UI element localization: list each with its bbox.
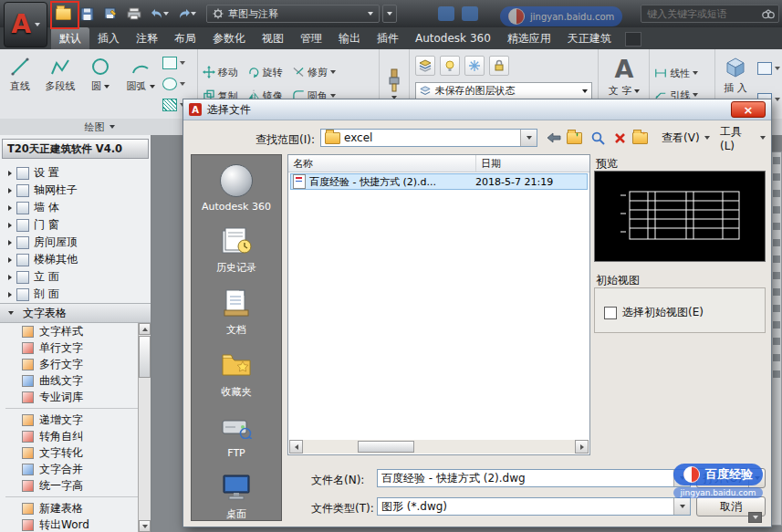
tool-attribute[interactable] — [757, 62, 780, 75]
place-favorites[interactable]: 收藏夹 — [218, 349, 255, 399]
tool-trim[interactable]: 修剪 — [287, 61, 340, 83]
save-button[interactable] — [77, 5, 97, 23]
save-as-icon — [104, 7, 118, 21]
search-input[interactable] — [645, 7, 758, 21]
layer-state-combo[interactable]: 未保存的图层状态 — [415, 82, 592, 99]
group-room-roof[interactable]: 房间屋顶 — [0, 234, 151, 251]
close-button[interactable]: × — [731, 101, 766, 118]
tab-annotate[interactable]: 注释 — [128, 27, 166, 49]
tool-rotate[interactable]: 旋转 — [243, 61, 287, 83]
back-button[interactable] — [545, 129, 563, 147]
layer-off-button[interactable] — [440, 56, 460, 76]
tab-layout[interactable]: 布局 — [166, 27, 204, 49]
palette-scrollbar[interactable] — [138, 323, 151, 532]
undo-button[interactable] — [148, 5, 172, 23]
place-desktop[interactable]: 桌面 — [218, 471, 255, 521]
tab-default[interactable]: 默认 — [51, 27, 89, 49]
draw-panel-label[interactable]: 绘图 — [0, 120, 199, 134]
tools-menu-button[interactable]: 工具(L) — [714, 129, 771, 147]
scroll-thumb[interactable] — [358, 441, 414, 453]
column-name[interactable]: 名称 — [288, 155, 476, 172]
infocenter-icon[interactable] — [438, 6, 454, 21]
save-as-button[interactable] — [100, 5, 120, 23]
workspace-switcher[interactable]: 草图与注释 — [206, 5, 380, 23]
qat-customize-button[interactable] — [382, 5, 397, 23]
tool-ellipse[interactable] — [162, 78, 185, 90]
documents-icon — [223, 288, 250, 318]
item-pro-dictionary[interactable]: 专业词库 — [0, 389, 151, 405]
item-unify-height[interactable]: 统一字高 — [0, 477, 151, 494]
scroll-thumb[interactable] — [139, 336, 151, 378]
group-door-window[interactable]: 门 窗 — [0, 216, 151, 234]
up-one-level-button[interactable] — [567, 129, 585, 147]
tab-manage[interactable]: 管理 — [292, 27, 330, 49]
item-curve-text[interactable]: 曲线文字 — [0, 372, 151, 389]
tab-output[interactable]: 输出 — [330, 27, 369, 49]
dialog-titlebar[interactable]: A 选择文件 × — [183, 99, 771, 120]
item-multi-text[interactable]: 多行文字 — [0, 356, 151, 372]
item-new-table[interactable]: 新建表格 — [0, 500, 151, 516]
tool-move[interactable]: 移动 — [198, 61, 243, 83]
combo-dropdown-button[interactable] — [673, 498, 690, 515]
look-in-combo[interactable]: excel — [320, 129, 537, 147]
tab-insert[interactable]: 插入 — [89, 27, 128, 49]
redo-button[interactable] — [175, 5, 199, 23]
file-name-combo[interactable]: 百度经验 - 快捷方式 (2).dwg — [377, 469, 691, 487]
search-web-button[interactable] — [589, 129, 607, 147]
tool-circle[interactable]: 圆 — [80, 49, 120, 119]
group-icon — [16, 254, 29, 266]
tab-parametric[interactable]: 参数化 — [204, 27, 254, 49]
item-corner-correct[interactable]: 转角自纠 — [0, 428, 151, 444]
scroll-up-button[interactable] — [139, 323, 151, 335]
infocenter-icon[interactable] — [462, 6, 478, 21]
places-scroll-down-button[interactable] — [748, 512, 762, 523]
place-ftp[interactable]: FTP — [218, 411, 255, 459]
scroll-down-button[interactable] — [139, 520, 151, 532]
scroll-right-button[interactable] — [575, 440, 589, 454]
tool-arc[interactable]: 圆弧 — [120, 49, 161, 119]
tool-polyline[interactable]: 多段线 — [40, 49, 80, 119]
file-type-combo[interactable]: 图形 (*.dwg) — [377, 497, 691, 516]
place-history[interactable]: 历史记录 — [216, 224, 256, 275]
view-menu-button[interactable]: 查看(V) — [656, 129, 715, 147]
place-autodesk360[interactable]: Autodesk 360 — [202, 164, 271, 213]
tool-linear-dim[interactable]: 线性 — [654, 64, 714, 82]
tool-line[interactable]: 直线 — [0, 49, 40, 119]
item-text-merge[interactable]: 文字合并 — [0, 461, 151, 477]
item-export-word[interactable]: 转出Word — [0, 516, 151, 532]
item-single-text[interactable]: 单行文字 — [0, 339, 151, 356]
delete-button[interactable] — [610, 129, 629, 147]
tool-rectangle[interactable] — [162, 57, 185, 69]
horizontal-scrollbar[interactable] — [289, 440, 589, 454]
group-section[interactable]: 剖 面 — [0, 286, 151, 303]
group-stairs-other[interactable]: 楼梯其他 — [0, 251, 151, 268]
column-date[interactable]: 日期 — [476, 155, 589, 172]
tab-overflow-box[interactable] — [625, 32, 641, 47]
group-wall[interactable]: 墙 体 — [0, 199, 151, 216]
plot-button[interactable] — [124, 5, 144, 23]
combo-dropdown-button[interactable] — [520, 130, 537, 146]
tab-tarch[interactable]: 天正建筑 — [559, 27, 620, 49]
file-row-selected[interactable]: 百度经验 - 快捷方式 (2).d... 2018-5-7 21:19 — [290, 173, 588, 190]
tab-autodesk360[interactable]: Autodesk 360 — [407, 27, 499, 49]
item-text-style[interactable]: 文字样式 — [0, 323, 151, 339]
place-documents[interactable]: 文档 — [218, 287, 255, 337]
tool-match-properties[interactable] — [386, 68, 402, 99]
group-axis-column[interactable]: 轴网柱子 — [0, 182, 151, 199]
group-elevation[interactable]: 立 面 — [0, 268, 151, 286]
initial-view-checkbox[interactable] — [604, 307, 617, 319]
item-increment-text[interactable]: 递增文字 — [0, 412, 151, 428]
new-folder-button[interactable] — [632, 129, 651, 147]
layer-properties-button[interactable] — [415, 56, 435, 76]
tab-view[interactable]: 视图 — [254, 27, 292, 49]
tab-addins[interactable]: 插件 — [369, 27, 407, 49]
group-text-table[interactable]: 文字表格 — [0, 303, 151, 323]
layer-lock-button[interactable] — [489, 56, 509, 76]
tab-featured-apps[interactable]: 精选应用 — [499, 27, 559, 49]
item-text-convert[interactable]: 文字转化 — [0, 444, 151, 461]
infocenter-search[interactable] — [641, 5, 779, 23]
layer-freeze-button[interactable] — [464, 56, 485, 76]
group-settings[interactable]: 设 置 — [0, 164, 151, 182]
scroll-left-button[interactable] — [289, 440, 303, 454]
application-menu-button[interactable]: A — [4, 2, 47, 47]
